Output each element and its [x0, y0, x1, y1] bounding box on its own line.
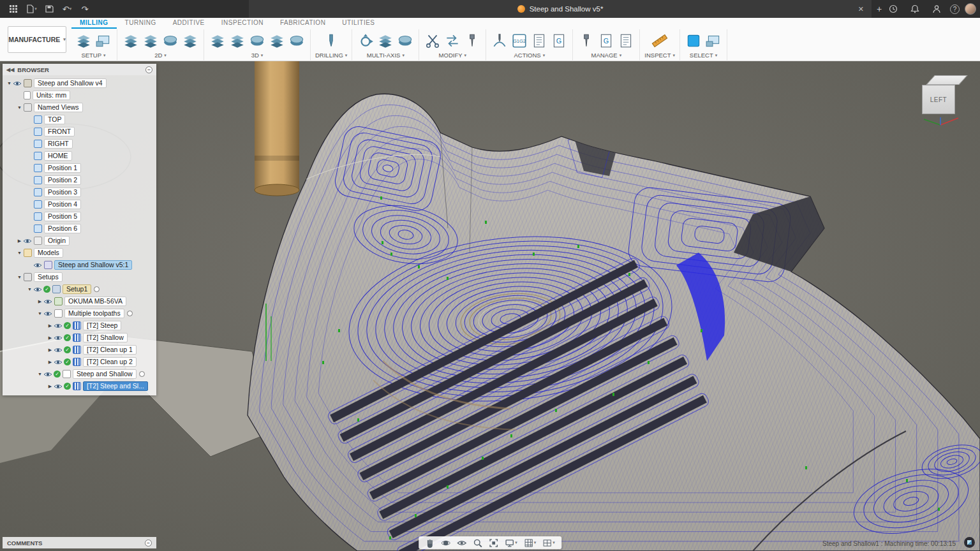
browser-item-view-front[interactable]: FRONT	[3, 126, 156, 138]
browser-header[interactable]: ◀◀ BROWSER −	[3, 64, 156, 75]
browser-item-toolpath-cleanup2[interactable]: ▶✓[T2] Clean up 2	[3, 356, 156, 368]
drill-icon[interactable]	[322, 33, 340, 49]
expand-arrow-icon[interactable]: ▶	[36, 299, 43, 304]
post-library-icon[interactable]	[597, 33, 615, 49]
expand-arrow-icon[interactable]: ▶	[47, 348, 54, 353]
browser-item-view-home[interactable]: HOME	[3, 150, 156, 162]
face-icon[interactable]	[161, 33, 179, 49]
compare-radio-icon[interactable]	[127, 311, 133, 316]
parallel-icon[interactable]	[248, 33, 266, 49]
expand-arrow-icon[interactable]: ▼	[16, 251, 23, 255]
rotary-icon[interactable]	[396, 33, 414, 49]
expand-arrow-icon[interactable]: ▼	[26, 287, 33, 291]
visibility-eye-icon[interactable]	[43, 298, 52, 305]
look-at-icon[interactable]	[454, 538, 469, 548]
visibility-eye-icon[interactable]	[54, 347, 63, 353]
profile-icon[interactable]	[928, 1, 945, 17]
collapse-panel-icon[interactable]: ◀◀	[6, 67, 14, 73]
multiaxis-flow-icon[interactable]	[376, 33, 394, 49]
group-label-manage[interactable]: MANAGE▾	[591, 52, 621, 61]
expand-arrow-icon[interactable]: ▶	[47, 384, 54, 389]
expand-arrow-icon[interactable]: ▼	[36, 311, 43, 316]
visibility-eye-icon[interactable]	[54, 323, 63, 329]
visibility-eye-icon[interactable]	[43, 311, 52, 317]
browser-item-toolpath-steep[interactable]: ▶✓[T2] Steep	[3, 320, 156, 332]
measure-icon[interactable]	[651, 33, 669, 49]
group-label-3d[interactable]: 3D▾	[251, 52, 264, 61]
browser-item-toolpath-cleanup1[interactable]: ▶✓[T2] Clean up 1	[3, 344, 156, 356]
edit-tool-icon[interactable]	[463, 33, 481, 49]
group-label-modify[interactable]: MODIFY▾	[439, 52, 466, 61]
setup-sheet-icon[interactable]	[530, 33, 548, 49]
user-avatar[interactable]	[965, 3, 976, 15]
scallop-icon[interactable]	[288, 33, 306, 49]
browser-item-position-1[interactable]: Position 1	[3, 162, 156, 174]
expand-arrow-icon[interactable]: ▶	[47, 360, 54, 365]
save-icon[interactable]	[41, 1, 57, 17]
undo-icon[interactable]: ↶▾	[59, 1, 75, 17]
zoom-icon[interactable]	[470, 538, 485, 548]
2d-pocket-icon[interactable]	[142, 33, 160, 49]
browser-item-setup1[interactable]: ▼✓Setup1	[3, 283, 156, 295]
display-settings-icon[interactable]: ▾	[502, 538, 520, 548]
grid-and-snaps-icon[interactable]: ▾	[521, 538, 539, 548]
job-monitor-icon[interactable]	[964, 537, 975, 548]
visibility-eye-icon[interactable]	[13, 80, 22, 87]
visibility-eye-icon[interactable]	[54, 335, 63, 341]
group-label-select[interactable]: SELECT▾	[690, 52, 717, 61]
expand-arrow-icon[interactable]: ▶	[47, 335, 54, 341]
task-list-icon[interactable]	[617, 33, 635, 49]
visibility-eye-icon[interactable]	[33, 286, 42, 293]
move-toolpath-icon[interactable]	[443, 33, 461, 49]
tab-milling[interactable]: MILLING	[71, 18, 117, 29]
new-setup-icon[interactable]	[75, 33, 93, 49]
browser-item-position-5[interactable]: Position 5	[3, 210, 156, 223]
browser-item-view-right[interactable]: RIGHT	[3, 138, 156, 150]
visibility-eye-icon[interactable]	[33, 262, 42, 268]
multiaxis-swarf-icon[interactable]	[357, 33, 375, 49]
browser-item-toolpath-steep-and-shallow[interactable]: ▶✓[T2] Steep and Sl...	[3, 380, 156, 392]
expand-arrow-icon[interactable]: ▼	[6, 81, 13, 85]
tab-additive[interactable]: ADDITIVE	[165, 18, 213, 29]
browser-item-models[interactable]: ▼Models	[3, 247, 156, 259]
browser-item-steep-and-shallow-folder[interactable]: ▼✓Steep and Shallow	[3, 368, 156, 380]
tab-turning[interactable]: TURNING	[117, 18, 165, 29]
fit-icon[interactable]	[486, 538, 501, 548]
expand-arrow-icon[interactable]: ▼	[16, 275, 23, 279]
browser-item-toolpath-shallow[interactable]: ▶✓[T2] Shallow	[3, 332, 156, 344]
minimize-panel-icon[interactable]: −	[145, 66, 152, 73]
tool-holder-cylinder[interactable]	[255, 61, 299, 196]
tab-close-icon[interactable]: ✕	[856, 0, 866, 18]
pan-icon[interactable]	[422, 538, 437, 548]
tab-fabrication[interactable]: FABRICATION	[272, 18, 334, 29]
browser-item-position-6[interactable]: Position 6	[3, 223, 156, 235]
expand-arrow-icon[interactable]: ▼	[36, 372, 43, 376]
browser-item-position-3[interactable]: Position 3	[3, 186, 156, 198]
browser-item-multiple-toolpaths[interactable]: ▼Multiple toolpaths	[3, 307, 156, 320]
app-grid-icon[interactable]	[5, 1, 22, 17]
compare-radio-icon[interactable]	[94, 286, 100, 292]
group-label-multiaxis[interactable]: MULTI-AXIS▾	[367, 52, 405, 61]
viewports-icon[interactable]: ▾	[540, 538, 558, 548]
browser-item-named-views[interactable]: ▼Named Views	[3, 101, 156, 114]
browser-item-view-top[interactable]: TOP	[3, 114, 156, 126]
visibility-eye-icon[interactable]	[23, 238, 32, 244]
expand-arrow-icon[interactable]: ▶	[47, 323, 54, 328]
trim-toolpath-icon[interactable]	[424, 33, 442, 49]
group-label-2d[interactable]: 2D▾	[154, 52, 167, 61]
viewcube-front-face[interactable]: LEFT	[922, 85, 955, 114]
browser-item-position-4[interactable]: Position 4	[3, 198, 156, 210]
comments-bar[interactable]: COMMENTS −	[3, 537, 156, 548]
viewcube[interactable]: LEFT	[921, 75, 970, 130]
notifications-bell-icon[interactable]	[907, 1, 923, 17]
browser-item-position-2[interactable]: Position 2	[3, 174, 156, 186]
new-tab-button[interactable]: +	[873, 3, 886, 15]
workspace-switcher[interactable]: MANUFACTURE▾	[8, 26, 66, 53]
browser-item-document[interactable]: ▼Steep and Shallow v4	[3, 77, 156, 89]
expand-arrow-icon[interactable]: ▶	[16, 239, 23, 244]
simulate-icon[interactable]	[491, 33, 509, 49]
window-select-icon[interactable]	[704, 33, 722, 49]
browser-item-units[interactable]: Units: mm	[3, 89, 156, 101]
3d-pocket-icon[interactable]	[228, 33, 246, 49]
help-icon[interactable]: ?	[950, 4, 960, 14]
